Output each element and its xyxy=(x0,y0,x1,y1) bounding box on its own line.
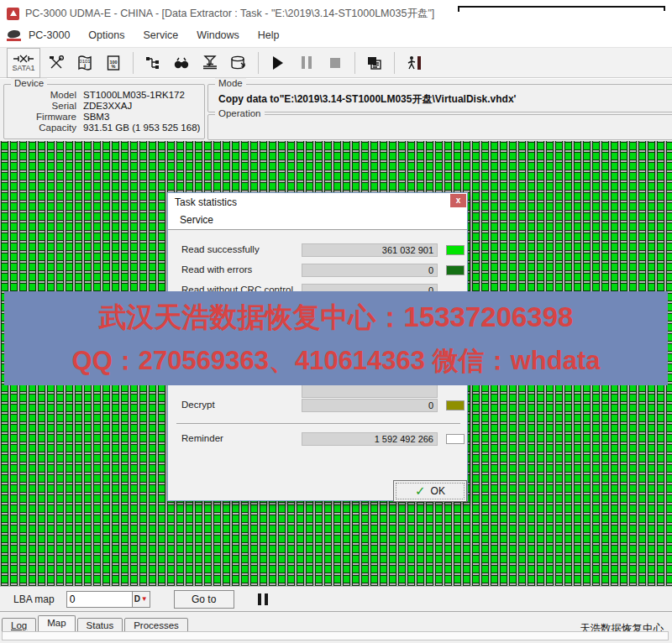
tools-button[interactable] xyxy=(44,50,69,76)
device-firmware-value: SBM3 xyxy=(83,112,201,122)
dialog-menu-service[interactable]: Service xyxy=(180,214,213,226)
firmware-info-icon: 0101 i xyxy=(76,55,93,71)
stat-row-reminder: Reminder 1 592 492 266 xyxy=(168,432,467,446)
red-down-arrow-icon: ▼ xyxy=(141,595,148,603)
sata-port-label: SATA1 xyxy=(12,65,34,72)
toolbar-separator xyxy=(133,52,134,74)
device-group-title: Device xyxy=(11,78,47,88)
stat-color-swatch xyxy=(446,245,465,255)
mode-groupbox: Mode Copy data to"E:\2019\3.14-ST1000LM0… xyxy=(207,84,672,112)
ok-button[interactable]: ✓ OK xyxy=(393,480,467,502)
lba-toolbar: LBA map D ▼ Go to xyxy=(0,586,672,611)
lba-map-label: LBA map xyxy=(13,593,55,605)
stop-button[interactable] xyxy=(323,50,348,76)
firmware-info-button[interactable]: 0101 i xyxy=(72,50,97,76)
stat-bar: 0 xyxy=(302,264,438,277)
app-logo-icon xyxy=(7,8,19,20)
device-field-label: Firmware xyxy=(9,112,83,122)
operation-group-title: Operation xyxy=(215,108,265,118)
tree-view-button[interactable] xyxy=(140,50,165,76)
menu-help[interactable]: Help xyxy=(258,29,280,41)
statusbar-sunken-strip xyxy=(2,631,669,640)
tab-label: Map xyxy=(47,618,66,628)
play-icon xyxy=(273,56,283,70)
filter-button[interactable] xyxy=(197,50,223,76)
toolbar-separator xyxy=(394,52,395,74)
menu-pc3000[interactable]: PC-3000 xyxy=(29,29,70,41)
exit-button[interactable] xyxy=(402,50,427,76)
binoculars-icon xyxy=(173,56,190,70)
report-100-icon: 100 % xyxy=(107,55,120,71)
svg-text:i: i xyxy=(84,62,86,70)
device-model-value: ST1000LM035-1RK172 xyxy=(83,90,201,100)
stat-bar: 361 032 901 xyxy=(302,243,438,257)
lba-input-wrap: D ▼ xyxy=(66,591,150,608)
device-field-label: Serial xyxy=(9,101,83,111)
tab-label: Log xyxy=(11,620,27,630)
dialog-close-button[interactable]: x xyxy=(450,194,466,207)
report-100-button[interactable]: 100 % xyxy=(101,50,126,76)
start-button[interactable] xyxy=(265,50,291,76)
mode-text: Copy data to"E:\2019\3.14-ST1000LM035开盘\… xyxy=(218,92,516,107)
menu-service[interactable]: Service xyxy=(143,29,178,41)
tree-view-icon xyxy=(145,55,160,71)
operation-groupbox: Operation xyxy=(207,114,672,140)
watermark-line1: 武汉天浩数据恢复中心：15337206398 xyxy=(99,299,574,337)
disk-image-icon xyxy=(230,55,247,71)
tab-label: Processes xyxy=(134,620,179,630)
device-field-label: Capacity xyxy=(9,123,83,133)
tab-label: Status xyxy=(87,620,114,630)
exit-person-icon xyxy=(406,55,423,71)
mode-group-title: Mode xyxy=(215,78,246,88)
pc3000-window: PC-3000 UDMA-E - CHINA - [Data Extractor… xyxy=(0,0,672,643)
search-button[interactable] xyxy=(169,50,194,76)
stat-row-read-with-errors: Read with errors 0 xyxy=(168,264,467,277)
dialog-title: Task statistics xyxy=(175,196,237,208)
toolbar: SATA1 0101 i 100 % xyxy=(0,47,672,78)
toolbar-separator xyxy=(354,52,355,74)
stat-label: Decrypt xyxy=(181,400,215,410)
child-window-icon xyxy=(7,30,21,41)
menu-bar: PC-3000 Options Service Windows Help xyxy=(0,25,672,45)
goto-button[interactable]: Go to xyxy=(174,590,234,609)
stat-row-partial xyxy=(168,384,467,398)
watermark-banner: 武汉天浩数据恢复中心：15337206398 QQ：270569363、4106… xyxy=(4,291,668,385)
dialog-title-bar[interactable]: Task statistics x xyxy=(168,193,467,212)
stat-row-read-successfully: Read successfully 361 032 901 xyxy=(168,243,467,257)
stat-color-swatch xyxy=(446,400,465,410)
dialog-menu-bar: Service xyxy=(168,212,467,230)
copy-icon xyxy=(366,55,383,71)
stat-row-decrypt: Decrypt 0 xyxy=(168,399,467,412)
menu-windows[interactable]: Windows xyxy=(197,29,239,41)
stat-label: Read with errors xyxy=(181,264,252,274)
window-title: PC-3000 UDMA-E - CHINA - [Data Extractor… xyxy=(25,7,434,21)
device-groupbox: Device Model ST1000LM035-1RK172 Serial Z… xyxy=(3,84,205,139)
stat-label: Read successfully xyxy=(181,244,260,254)
menu-options[interactable]: Options xyxy=(88,29,124,41)
lba-dec-hex-button[interactable]: D ▼ xyxy=(132,592,150,607)
stat-color-swatch xyxy=(446,434,465,444)
stop-icon xyxy=(330,58,340,68)
device-serial-value: ZDE3XXAJ xyxy=(83,101,201,111)
stat-bar: 0 xyxy=(302,399,438,412)
disk-image-button[interactable] xyxy=(226,50,251,76)
stat-label: Reminder xyxy=(181,433,223,443)
lba-input[interactable] xyxy=(67,592,138,607)
tools-icon xyxy=(49,55,64,71)
sata-port-icon xyxy=(13,54,34,64)
pause-button[interactable] xyxy=(294,50,319,76)
ok-button-focus-ring xyxy=(396,483,465,499)
stat-color-swatch xyxy=(446,265,465,275)
stat-bar xyxy=(302,384,438,398)
title-bar: PC-3000 UDMA-E - CHINA - [Data Extractor… xyxy=(0,3,672,24)
toolbar-separator xyxy=(258,52,259,74)
watermark-line2: QQ：270569363、410614363 微信：whdata xyxy=(72,343,601,379)
device-capacity-value: 931.51 GB (1 953 525 168) xyxy=(83,123,201,133)
copy-results-button[interactable] xyxy=(362,50,387,76)
dialog-separator xyxy=(176,423,460,424)
svg-text:%: % xyxy=(112,64,116,69)
device-field-label: Model xyxy=(9,90,83,100)
sata-port-button[interactable]: SATA1 xyxy=(7,48,40,78)
map-pause-icon[interactable] xyxy=(258,593,268,605)
stat-bar: 1 592 492 266 xyxy=(302,432,438,446)
